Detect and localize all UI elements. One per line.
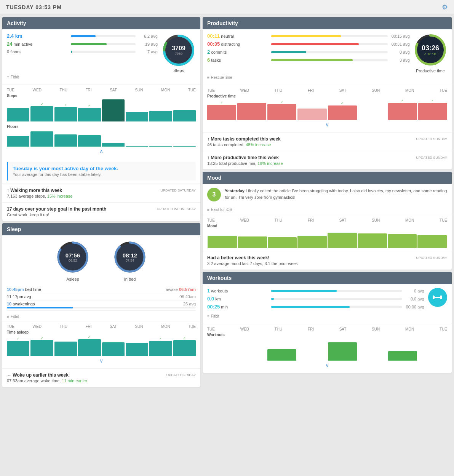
sleep-source: Fitbit: [7, 315, 196, 319]
sleep-insight: ← Woke up earlier this week UPDATED FRID…: [2, 368, 200, 387]
productivity-card: Productivity 00:11 neutral 00:15 avg 00:…: [203, 17, 452, 169]
asleep-time-inner: 07:56 06:52: [66, 252, 80, 262]
sleep-chart-days: TUEWEDTHUFRISATSUNMONTUE: [7, 324, 196, 329]
top-bar: TUESDAY 03:53 PM ⚙: [0, 0, 454, 15]
prod-chart: TUEWEDTHUFRISATSUNMONTUE Productive time…: [203, 85, 452, 132]
activity-card: Activity 2.4 km 6.2 avg 24 min active: [2, 17, 200, 221]
metric-workouts: 1 workouts 0 avg: [207, 288, 424, 294]
activity-chart-collapse[interactable]: ∧: [7, 147, 196, 156]
mood-header: Mood: [203, 172, 452, 184]
sleep-awakenings-row: 10 awakenings 26 avg: [7, 300, 196, 311]
prod-bars: ✓ ✓ ✓: [207, 99, 447, 120]
workout-dumbbell-icon: [428, 288, 447, 307]
productive-time-display: 03:26 ✓ 01:31 Productive time: [414, 33, 447, 73]
metric-workout-km: 0.0 km 0.0 avg: [207, 296, 424, 302]
metric-distracting: 00:35 distracting 00:31 avg: [207, 41, 410, 47]
mood-source: Exist for iOS: [207, 208, 447, 212]
steps-value: 3709: [172, 45, 185, 52]
workouts-header: Workouts: [203, 272, 452, 284]
prod-insight-1: ↑ More tasks completed this week UPDATED…: [203, 132, 452, 151]
activity-source: Fitbit: [7, 75, 196, 79]
sleep-avg-row: 11:17pm avg 06:40am: [7, 293, 196, 300]
workouts-card: Workouts 1 workouts 0 avg 0.0 km 0.0 avg: [203, 272, 452, 373]
metric-workout-min: 00:25 min 00:00 avg: [207, 304, 424, 310]
metric-row-floors: 0 floors 7 avg: [7, 49, 158, 54]
activity-insight-1-title: ↑ Walking more this week UPDATED SATURDA…: [7, 188, 196, 193]
svg-rect-13: [435, 297, 440, 298]
steps-bars: ✓ ✓ ✓: [7, 99, 196, 121]
activity-info-box: Tuesday is your most active day of the w…: [7, 162, 196, 180]
mood-text: Yesterday I finally edited the article I…: [225, 188, 447, 200]
svg-rect-9: [433, 296, 434, 299]
svg-rect-12: [440, 296, 441, 299]
workouts-chart-label: Workouts: [207, 333, 447, 337]
activity-insight-2-title: 17 days over your step goal in the past …: [7, 206, 196, 212]
sleep-metrics: 10:45pm bed time awake 06:57am 11:17pm a…: [2, 286, 200, 311]
activity-chart: TUEWEDTHUFRISATSUNMONTUE Steps ✓ ✓: [2, 85, 200, 159]
metric-tasks: 6 tasks 3 avg: [207, 57, 410, 63]
mood-bars: [207, 229, 447, 248]
mood-chart-days: TUEWEDTHUFRISATSUNMONTUE: [207, 218, 447, 222]
sleep-chart-label: Time asleep: [7, 330, 196, 334]
mood-score: 3: [207, 188, 221, 201]
prod-insight-2: ↑ More productive time this week UPDATED…: [203, 151, 452, 169]
svg-rect-10: [434, 296, 435, 299]
activity-chart-days: TUEWEDTHUFRISATSUNMONTUE: [7, 88, 196, 92]
activity-insight-2: 17 days over your step goal in the past …: [2, 202, 200, 221]
asleep-circle: 07:56 06:52 Asleep: [56, 240, 90, 281]
sleep-bedtime-row: 10:45pm bed time awake 06:57am: [7, 286, 196, 293]
mood-chart-label: Mood: [207, 224, 447, 228]
sleep-chart: TUEWEDTHUFRISATSUNMONTUE Time asleep ✓ ✓: [2, 321, 200, 368]
inbed-time-inner: 08:12 07:54: [123, 252, 137, 262]
workouts-chart: TUEWEDTHUFRISATSUNMONTUE Workouts: [203, 324, 452, 373]
steps-label: Steps: [161, 68, 196, 73]
steps-sub: 7930: [172, 52, 185, 56]
mood-card: Mood 3 Yesterday I finally edited the ar…: [203, 172, 452, 270]
metric-row-min-active: 24 min active 19 avg: [7, 41, 158, 47]
prod-source: RescueTime: [207, 75, 447, 80]
inbed-circle: 08:12 07:54 In bed: [113, 240, 147, 281]
activity-info-title: Tuesday is your most active day of the w…: [13, 166, 191, 171]
mood-insight: Had a better week this week! UPDATED SUN…: [203, 251, 452, 270]
prod-metrics: 00:11 neutral 00:15 avg 00:35 distractin…: [207, 33, 410, 65]
metric-commits: 2 commits 0 avg: [207, 49, 410, 55]
prod-chart-label: Productive time: [207, 94, 447, 98]
prod-circle-label: Productive time: [414, 69, 447, 73]
activity-info-sub: Your average for this day has been stabl…: [13, 172, 191, 177]
sleep-card: Sleep 07:56 06:52 Asleep: [2, 223, 200, 387]
floors-bars: [7, 129, 196, 147]
activity-insight-1: ↑ Walking more this week UPDATED SATURDA…: [2, 184, 200, 202]
workouts-chart-days: TUEWEDTHUFRISATSUNMONTUE: [207, 327, 447, 331]
sleep-header: Sleep: [2, 223, 200, 235]
workout-metrics: 1 workouts 0 avg 0.0 km 0.0 avg 00:25 mi…: [207, 288, 424, 312]
sleep-bars: ✓ ✓ ✓: [7, 335, 196, 356]
steps-circle-inner: 3709 7930: [172, 45, 185, 56]
prod-time-inner: 03:26 ✓ 01:31: [422, 44, 439, 56]
productivity-header: Productivity: [203, 17, 452, 29]
metric-neutral: 00:11 neutral 00:15 avg: [207, 33, 410, 39]
workouts-bars: [207, 338, 447, 361]
floors-chart-label: Floors: [7, 125, 196, 129]
metric-row-km: 2.4 km 6.2 avg: [7, 33, 158, 39]
mood-chart: TUEWEDTHUFRISATSUNMONTUE Mood: [203, 215, 452, 251]
steps-chart-label: Steps: [7, 94, 196, 98]
sleep-circles: 07:56 06:52 Asleep 08:12: [2, 235, 200, 286]
workouts-source: Fitbit: [207, 314, 447, 318]
activity-header: Activity: [2, 17, 200, 29]
prod-chart-days: TUEWEDTHUFRISATSUNMONTUE: [207, 88, 447, 93]
activity-metrics: 2.4 km 6.2 avg 24 min active 19 avg: [7, 33, 158, 57]
sleep-chart-expand[interactable]: ∨: [7, 356, 196, 365]
prod-chart-expand[interactable]: ∨: [207, 120, 447, 129]
workouts-chart-expand[interactable]: ∨: [207, 361, 447, 370]
gear-icon[interactable]: ⚙: [442, 3, 448, 11]
mood-entry: 3 Yesterday I finally edited the article…: [203, 184, 452, 205]
page-title: TUESDAY 03:53 PM: [6, 4, 62, 10]
